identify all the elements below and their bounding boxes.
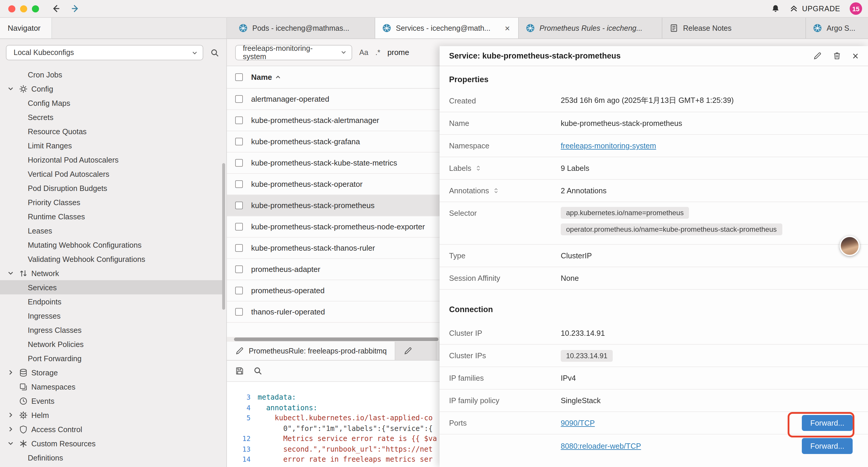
property-label: Labels bbox=[440, 164, 561, 173]
tab-prometheus-rules-icecheng[interactable]: Prometheus Rules - icecheng... bbox=[519, 18, 662, 38]
row-checkbox[interactable] bbox=[235, 95, 243, 103]
sidebar-item-runtime-classes[interactable]: Runtime Classes bbox=[0, 209, 222, 224]
tab-close-icon[interactable]: × bbox=[503, 24, 511, 32]
namespace-filter[interactable]: freeleaps-monitoring-system bbox=[235, 45, 352, 60]
sidebar-item-pod-disruption-budgets[interactable]: Pod Disruption Budgets bbox=[0, 181, 222, 195]
user-avatar[interactable] bbox=[840, 236, 860, 256]
sidebar-item-ingresses[interactable]: Ingresses bbox=[0, 309, 222, 323]
value-chip: operator.prometheus.io/name=kube-prometh… bbox=[561, 224, 782, 235]
service-name: kube-prometheus-stack-prometheus-node-ex… bbox=[251, 222, 425, 231]
property-row: Namekube-prometheus-stack-prometheus bbox=[440, 112, 868, 135]
sidebar-item-events[interactable]: Events bbox=[0, 394, 222, 408]
match-case-toggle[interactable]: Aa bbox=[359, 48, 368, 56]
dock-tab-partial[interactable] bbox=[396, 342, 437, 360]
tab-release-notes[interactable]: Release Notes bbox=[662, 18, 806, 38]
caret-down-icon bbox=[7, 85, 14, 92]
row-checkbox[interactable] bbox=[235, 180, 243, 188]
select-all-checkbox[interactable] bbox=[235, 73, 243, 81]
kubeconfig-selector[interactable]: Local Kubeconfigs bbox=[6, 45, 203, 60]
row-checkbox[interactable] bbox=[235, 138, 243, 145]
property-row: Cluster IPs10.233.14.91 bbox=[440, 345, 868, 367]
tab-pods-icecheng-mathmas[interactable]: Pods - icecheng@mathmas... bbox=[231, 18, 375, 38]
row-checkbox[interactable] bbox=[235, 202, 243, 209]
document-icon bbox=[670, 24, 678, 32]
sidebar-item-ingress-classes[interactable]: Ingress Classes bbox=[0, 323, 222, 337]
close-window-button[interactable] bbox=[8, 5, 16, 12]
app-window: UPGRADE 15 Navigator Pods - icecheng@mat… bbox=[0, 0, 868, 467]
sidebar-item-label: Config Maps bbox=[28, 98, 70, 107]
maximize-window-button[interactable] bbox=[32, 5, 39, 12]
property-value: 253d 16h 6m ago (2025年1月13日 GMT+8 1:25:3… bbox=[561, 96, 734, 106]
column-header-name[interactable]: Name bbox=[251, 73, 282, 82]
row-checkbox[interactable] bbox=[235, 116, 243, 124]
scrollbar-thumb[interactable] bbox=[234, 338, 438, 341]
property-label: Cluster IPs bbox=[440, 351, 561, 360]
delete-resource-button[interactable] bbox=[833, 52, 842, 60]
sidebar-item-cron-jobs[interactable]: Cron Jobs bbox=[0, 67, 222, 82]
tab-row: Navigator Pods - icecheng@mathmas...Serv… bbox=[0, 18, 868, 39]
namespace-link[interactable]: freeleaps-monitoring-system bbox=[561, 141, 656, 150]
details-panel: Service: kube-prometheus-stack-prometheu… bbox=[440, 46, 868, 467]
close-panel-button[interactable]: × bbox=[852, 51, 859, 61]
sidebar-item-config[interactable]: Config bbox=[0, 82, 222, 96]
row-checkbox[interactable] bbox=[235, 223, 243, 231]
caret-right-icon bbox=[7, 369, 14, 376]
navigator-title[interactable]: Navigator bbox=[0, 18, 52, 38]
property-label: Annotations bbox=[440, 186, 561, 195]
tab-label: Services - icecheng@math... bbox=[396, 24, 499, 32]
row-checkbox[interactable] bbox=[235, 159, 243, 167]
sidebar-item-endpoints[interactable]: Endpoints bbox=[0, 294, 222, 309]
sidebar-item-access-control[interactable]: Access Control bbox=[0, 422, 222, 436]
sidebar-item-mutating-webhook-configurations[interactable]: Mutating Webhook Configurations bbox=[0, 238, 222, 252]
row-checkbox[interactable] bbox=[235, 308, 243, 316]
sidebar-item-secrets[interactable]: Secrets bbox=[0, 110, 222, 124]
regex-toggle[interactable]: .* bbox=[375, 48, 380, 56]
sidebar-item-network-policies[interactable]: Network Policies bbox=[0, 337, 222, 351]
edit-resource-button[interactable] bbox=[813, 52, 822, 60]
sidebar-item-namespaces[interactable]: Namespaces bbox=[0, 380, 222, 394]
sidebar-item-helm[interactable]: Helm bbox=[0, 408, 222, 422]
sidebar-item-config-maps[interactable]: Config Maps bbox=[0, 96, 222, 110]
forward-button[interactable]: Forward... bbox=[802, 438, 852, 454]
editor-search-button[interactable] bbox=[253, 367, 262, 375]
tab-argo-s[interactable]: Argo S... bbox=[806, 18, 868, 38]
sidebar-item-priority-classes[interactable]: Priority Classes bbox=[0, 195, 222, 209]
sidebar-item-definitions[interactable]: Definitions bbox=[0, 450, 222, 465]
caret-down-icon bbox=[7, 269, 14, 276]
tab-services-icecheng-math[interactable]: Services - icecheng@math...× bbox=[375, 18, 519, 38]
sidebar-item-resource-quotas[interactable]: Resource Quotas bbox=[0, 124, 222, 138]
back-button[interactable] bbox=[51, 4, 61, 13]
kubernetes-icon bbox=[382, 24, 391, 32]
section-title: Connection bbox=[440, 290, 868, 322]
forward-button[interactable]: Forward... bbox=[802, 415, 852, 431]
custom-resources-icon bbox=[19, 439, 28, 448]
sidebar-item-storage[interactable]: Storage bbox=[0, 365, 222, 380]
sidebar-search-button[interactable] bbox=[210, 48, 219, 57]
sort-ascending-icon bbox=[275, 74, 282, 80]
upgrade-button[interactable]: UPGRADE bbox=[790, 4, 840, 13]
port-link[interactable]: 8080:reloader-web/TCP bbox=[561, 441, 641, 450]
dock-tab-prometheusrule[interactable]: PrometheusRule: freeleaps-prod-rabbitmq bbox=[227, 342, 396, 360]
sidebar-scrollbar[interactable] bbox=[222, 163, 225, 310]
sidebar-item-label: Definitions bbox=[28, 453, 63, 462]
row-checkbox[interactable] bbox=[235, 287, 243, 294]
sidebar-item-port-forwarding[interactable]: Port Forwarding bbox=[0, 351, 222, 365]
notifications-bell-icon[interactable] bbox=[771, 4, 780, 13]
row-checkbox[interactable] bbox=[235, 265, 243, 273]
row-checkbox[interactable] bbox=[235, 244, 243, 252]
sidebar-item-vertical-pod-autoscalers[interactable]: Vertical Pod Autoscalers bbox=[0, 167, 222, 181]
sidebar-item-network[interactable]: Network bbox=[0, 266, 222, 280]
sidebar-item-leases[interactable]: Leases bbox=[0, 224, 222, 238]
forward-button-nav[interactable] bbox=[70, 4, 80, 13]
minimize-window-button[interactable] bbox=[20, 5, 27, 12]
window-controls bbox=[0, 5, 39, 12]
save-button[interactable] bbox=[235, 367, 244, 375]
notification-count-badge[interactable]: 15 bbox=[850, 2, 862, 15]
sidebar-item-horizontal-pod-autoscalers[interactable]: Horizontal Pod Autoscalers bbox=[0, 152, 222, 167]
sidebar-item-custom-resources[interactable]: Custom Resources bbox=[0, 436, 222, 450]
sidebar-item-validating-webhook-configurations[interactable]: Validating Webhook Configurations bbox=[0, 252, 222, 266]
port-link[interactable]: 9090/TCP bbox=[561, 418, 595, 428]
sidebar-item-services[interactable]: Services bbox=[0, 280, 222, 294]
sidebar-item-limit-ranges[interactable]: Limit Ranges bbox=[0, 138, 222, 152]
search-input[interactable]: prome bbox=[387, 48, 409, 57]
